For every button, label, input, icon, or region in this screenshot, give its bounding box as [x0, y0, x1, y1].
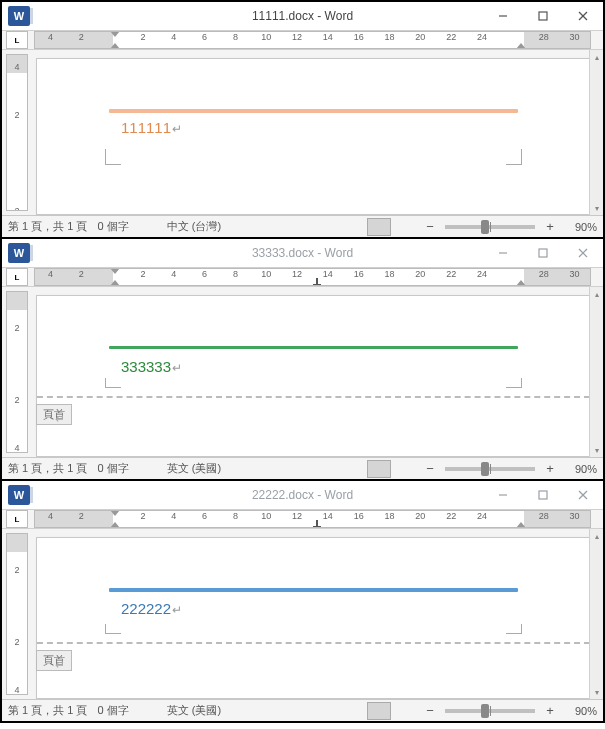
minimize-button[interactable]: [483, 239, 523, 267]
vertical-ruler[interactable]: 2246: [6, 533, 28, 695]
title-bar[interactable]: W33333.docx - Word: [2, 239, 603, 267]
vertical-scrollbar[interactable]: ▴▾: [589, 50, 603, 215]
read-mode-button[interactable]: [339, 702, 363, 720]
svg-rect-11: [539, 249, 547, 257]
header-label-tab[interactable]: 頁首: [36, 404, 72, 425]
tab-stop-icon[interactable]: [313, 278, 321, 286]
status-language[interactable]: 英文 (美國): [167, 461, 221, 476]
ruler-num: 22: [436, 32, 467, 42]
page-viewport[interactable]: 222222↵頁首↵▴▾: [28, 529, 603, 699]
status-words[interactable]: 0 個字: [97, 219, 128, 234]
print-layout-button[interactable]: [367, 702, 391, 720]
minimize-button[interactable]: [483, 2, 523, 30]
document-text[interactable]: 333333↵: [121, 358, 182, 375]
status-language[interactable]: 英文 (美國): [167, 703, 221, 718]
title-bar[interactable]: W22222.docx - Word: [2, 481, 603, 509]
ruler-num: [497, 32, 528, 42]
maximize-button[interactable]: [523, 481, 563, 509]
status-page[interactable]: 第 1 頁，共 1 頁: [8, 219, 87, 234]
ruler-num: 16: [343, 511, 374, 521]
tab-selector[interactable]: L: [6, 510, 28, 528]
zoom-slider[interactable]: [445, 467, 535, 471]
svg-rect-18: [402, 465, 412, 473]
zoom-percent[interactable]: 90%: [561, 705, 597, 717]
first-line-indent-icon[interactable]: [110, 268, 120, 274]
tab-selector[interactable]: L: [6, 31, 28, 49]
zoom-in-button[interactable]: +: [543, 703, 557, 718]
vertical-ruler[interactable]: 422: [6, 54, 28, 211]
spellcheck-icon[interactable]: [139, 219, 157, 235]
web-layout-button[interactable]: [395, 460, 419, 478]
ruler-num: 18: [374, 511, 405, 521]
horizontal-ruler[interactable]: 42246810121416182022242830: [34, 268, 591, 286]
margin-corner-icon: [506, 149, 522, 165]
zoom-in-button[interactable]: +: [543, 219, 557, 234]
minimize-button[interactable]: [483, 481, 523, 509]
first-line-indent-icon[interactable]: [110, 31, 120, 37]
maximize-button[interactable]: [523, 2, 563, 30]
status-words[interactable]: 0 個字: [97, 461, 128, 476]
vertical-scrollbar[interactable]: ▴▾: [589, 529, 603, 699]
word-logo-icon[interactable]: W: [8, 485, 30, 505]
right-indent-icon[interactable]: [516, 43, 526, 49]
document-text[interactable]: 111111↵: [121, 119, 182, 136]
status-language[interactable]: 中文 (台灣): [167, 219, 221, 234]
read-mode-button[interactable]: [339, 460, 363, 478]
vruler-num: 4: [14, 55, 19, 79]
print-layout-button[interactable]: [367, 460, 391, 478]
spellcheck-icon[interactable]: [139, 703, 157, 719]
word-logo-icon[interactable]: W: [8, 243, 30, 263]
zoom-slider[interactable]: [445, 709, 535, 713]
right-indent-icon[interactable]: [516, 522, 526, 528]
hanging-indent-icon[interactable]: [110, 43, 120, 49]
web-layout-button[interactable]: [395, 702, 419, 720]
spellcheck-icon[interactable]: [139, 461, 157, 477]
page[interactable]: 222222↵頁首↵: [36, 537, 591, 699]
page[interactable]: 111111↵: [36, 58, 591, 215]
horizontal-ruler[interactable]: 42246810121416182022242830: [34, 510, 591, 528]
ruler-num: 2: [66, 269, 97, 279]
status-page[interactable]: 第 1 頁，共 1 頁: [8, 703, 87, 718]
page[interactable]: 333333↵頁首↵: [36, 295, 591, 457]
first-line-indent-icon[interactable]: [110, 510, 120, 516]
web-layout-button[interactable]: [395, 218, 419, 236]
read-mode-button[interactable]: [339, 218, 363, 236]
status-page[interactable]: 第 1 頁，共 1 頁: [8, 461, 87, 476]
zoom-percent[interactable]: 90%: [561, 221, 597, 233]
close-button[interactable]: [563, 2, 603, 30]
vruler-num: 2: [14, 103, 19, 127]
title-bar[interactable]: W11111.docx - Word: [2, 2, 603, 30]
horizontal-rule: [109, 588, 518, 592]
ruler-num: 20: [405, 511, 436, 521]
hanging-indent-icon[interactable]: [110, 280, 120, 286]
close-button[interactable]: [563, 481, 603, 509]
close-button[interactable]: [563, 239, 603, 267]
right-indent-icon[interactable]: [516, 280, 526, 286]
ruler-num: 6: [189, 511, 220, 521]
page-viewport[interactable]: 333333↵頁首↵▴▾: [28, 287, 603, 457]
zoom-out-button[interactable]: −: [423, 461, 437, 476]
zoom-in-button[interactable]: +: [543, 461, 557, 476]
maximize-button[interactable]: [523, 239, 563, 267]
zoom-percent[interactable]: 90%: [561, 463, 597, 475]
hanging-indent-icon[interactable]: [110, 522, 120, 528]
vertical-scrollbar[interactable]: ▴▾: [589, 287, 603, 457]
word-logo-icon[interactable]: W: [8, 6, 30, 26]
page-viewport[interactable]: 111111↵▴▾: [28, 50, 603, 215]
zoom-slider[interactable]: [445, 225, 535, 229]
tab-stop-icon[interactable]: [313, 520, 321, 528]
status-words[interactable]: 0 個字: [97, 703, 128, 718]
svg-rect-1: [539, 12, 547, 20]
document-text[interactable]: 222222↵: [121, 600, 182, 617]
ruler-num: 4: [158, 269, 189, 279]
tab-selector[interactable]: L: [6, 268, 28, 286]
header-label-tab[interactable]: 頁首: [36, 650, 72, 671]
print-layout-button[interactable]: [367, 218, 391, 236]
vertical-ruler[interactable]: 224: [6, 291, 28, 453]
margin-corner-icon: [506, 624, 522, 634]
ruler-num: 8: [220, 32, 251, 42]
horizontal-ruler[interactable]: 42246810121416182022242830: [34, 31, 591, 49]
ruler-num: 30: [559, 269, 590, 279]
zoom-out-button[interactable]: −: [423, 219, 437, 234]
zoom-out-button[interactable]: −: [423, 703, 437, 718]
